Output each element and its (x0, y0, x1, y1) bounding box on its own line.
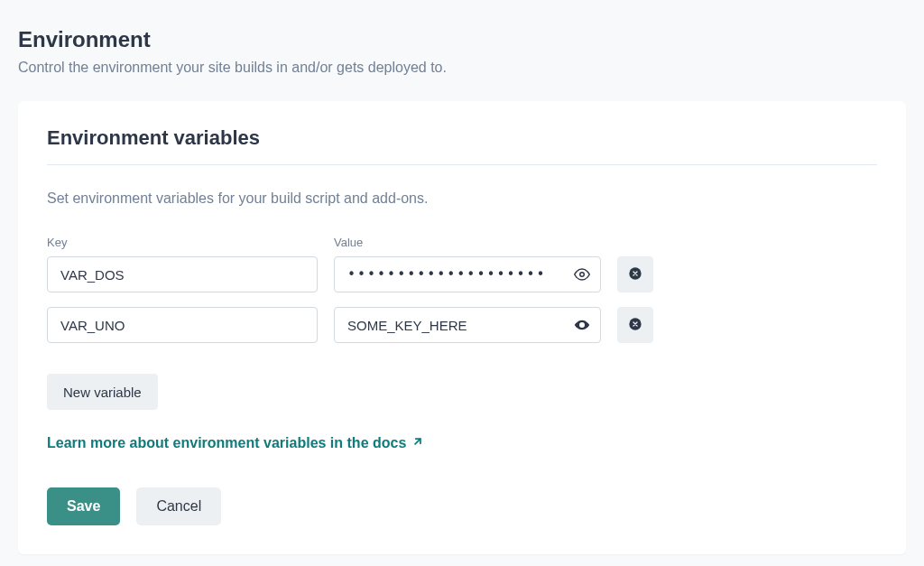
cancel-button[interactable]: Cancel (136, 487, 221, 525)
page-title: Environment (18, 27, 906, 52)
remove-variable-button[interactable] (617, 256, 653, 292)
remove-variable-button[interactable] (617, 307, 653, 343)
variable-row (47, 256, 877, 292)
value-column-header: Value (334, 236, 601, 249)
section-description: Set environment variables for your build… (47, 190, 877, 207)
section-title: Environment variables (47, 126, 877, 165)
page-subtitle: Control the environment your site builds… (18, 60, 906, 76)
env-variables-card: Environment variables Set environment va… (18, 101, 906, 554)
docs-link[interactable]: Learn more about environment variables i… (47, 435, 424, 451)
svg-point-2 (581, 324, 584, 327)
new-variable-button[interactable]: New variable (47, 374, 158, 410)
docs-link-label: Learn more about environment variables i… (47, 435, 406, 451)
external-link-icon (411, 435, 424, 451)
remove-icon (628, 266, 642, 283)
value-input[interactable] (334, 256, 601, 292)
eye-hide-icon[interactable] (574, 317, 590, 333)
eye-icon[interactable] (574, 266, 590, 283)
svg-point-0 (580, 273, 585, 277)
value-input[interactable] (334, 307, 601, 343)
save-button[interactable]: Save (47, 487, 120, 525)
key-input[interactable] (47, 256, 318, 292)
key-column-header: Key (47, 236, 318, 249)
variable-row (47, 307, 877, 343)
column-headers: Key Value (47, 236, 877, 249)
value-wrapper (334, 256, 601, 292)
remove-icon (628, 317, 642, 334)
form-actions: Save Cancel (47, 487, 877, 525)
value-wrapper (334, 307, 601, 343)
key-input[interactable] (47, 307, 318, 343)
svg-line-4 (415, 439, 420, 444)
